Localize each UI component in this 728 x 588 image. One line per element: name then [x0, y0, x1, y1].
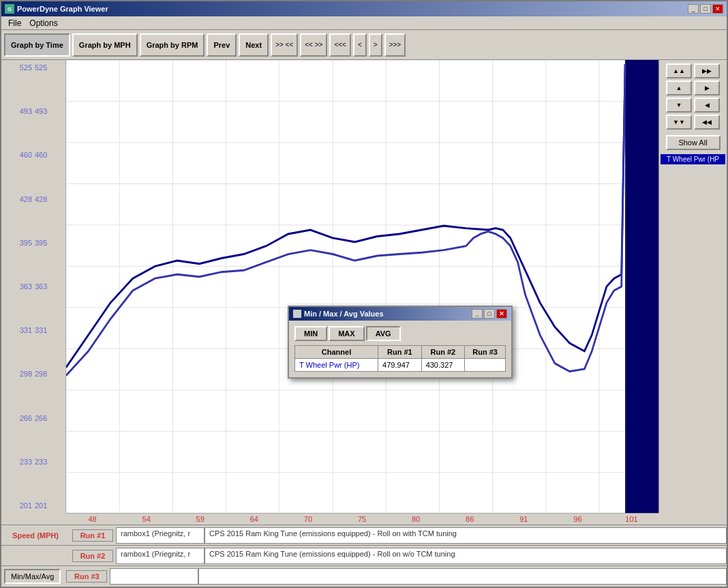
title-bar-left: G PowerDyne Graph Viewer	[5, 4, 108, 14]
scroll-down-down-button[interactable]: ▼▼	[666, 115, 692, 130]
scroll-up-up-row: ▲▲ ▶▶	[666, 63, 720, 78]
x-label-80: 80	[389, 515, 443, 523]
modal-minimize-button[interactable]: _	[472, 309, 483, 319]
y-label-428a: 428	[1, 195, 32, 203]
arrow-left-button[interactable]: <	[353, 33, 367, 57]
min-max-avg-dialog: Min / Max / Avg Values _ □ ✕ MIN MAX AVG	[288, 306, 513, 379]
run2-row: Run #2 rambox1 (Priegnitz, r CPS 2015 Ra…	[1, 546, 727, 566]
side-panel: ▲▲ ▶▶ ▲ ▶ ▼ ◀ ▼▼ ◀◀ Show All	[658, 60, 727, 513]
modal-table: Channel Run #1 Run #2 Run #3 T Wheel Pwr…	[294, 345, 506, 372]
run1-row: Speed (MPH) Run #1 rambox1 (Priegnitz, r…	[1, 525, 727, 546]
x-label-75: 75	[335, 515, 389, 523]
menu-bar: File Options	[1, 16, 727, 30]
title-bar-controls: _ □ ✕	[688, 4, 723, 14]
modal-tab-max[interactable]: MAX	[329, 326, 364, 341]
chart-area	[65, 60, 658, 513]
run3-label: Run #3	[66, 570, 107, 583]
modal-run3-value	[465, 359, 506, 372]
graph-by-mph-button[interactable]: Graph by MPH	[72, 33, 138, 57]
next-button[interactable]: Next	[239, 33, 269, 57]
run2-name: rambox1 (Priegnitz, r	[116, 548, 204, 564]
modal-tab-avg[interactable]: AVG	[366, 326, 401, 341]
y-label-201a: 201	[1, 501, 32, 510]
channel-label: T Wheel Pwr (HP	[661, 154, 725, 164]
y-axis-left: 525 493 460 428 395 363 331 298 266 233 …	[1, 60, 33, 513]
run1-label: Run #1	[72, 529, 113, 542]
modal-table-row: T Wheel Pwr (HP) 479.947 430.327	[295, 359, 506, 372]
y-axis-left2: 525 493 460 428 395 363 331 298 266 233 …	[33, 60, 65, 513]
zoom-in-in-button[interactable]: << >>	[300, 33, 327, 57]
scroll-left-left-button[interactable]: ◀◀	[694, 115, 720, 130]
x-label-91: 91	[497, 515, 551, 523]
y-label-493b: 493	[35, 107, 64, 115]
modal-channel-name: T Wheel Pwr (HP)	[295, 359, 378, 372]
y-label-428b: 428	[35, 195, 64, 203]
y-label-298a: 298	[1, 370, 32, 378]
x-label-86: 86	[443, 515, 497, 523]
modal-close-button[interactable]: ✕	[496, 309, 507, 319]
main-window: G PowerDyne Graph Viewer _ □ ✕ File Opti…	[0, 0, 728, 588]
y-label-363b: 363	[35, 282, 64, 291]
zoom-out-out-button[interactable]: >> <<	[271, 33, 298, 57]
col-run3: Run #3	[465, 346, 506, 359]
svg-rect-24	[625, 60, 658, 513]
run1-desc: CPS 2015 Ram King Tune (emissions equipp…	[204, 527, 727, 544]
app-icon: G	[5, 4, 14, 14]
bottom-area: Speed (MPH) Run #1 rambox1 (Priegnitz, r…	[1, 525, 727, 587]
y-label-460b: 460	[35, 151, 64, 159]
y-label-331b: 331	[35, 326, 64, 334]
modal-run1-value: 479.947	[378, 359, 422, 372]
y-label-201b: 201	[35, 501, 64, 510]
arrow-right-button[interactable]: >	[369, 33, 382, 57]
x-label-48: 48	[65, 515, 119, 523]
title-bar: G PowerDyne Graph Viewer _ □ ✕	[1, 1, 727, 16]
run3-name	[110, 568, 198, 585]
scroll-up-row: ▲ ▶	[666, 80, 720, 95]
close-button[interactable]: ✕	[712, 4, 723, 14]
y-label-363a: 363	[1, 282, 32, 291]
run3-desc	[198, 568, 727, 585]
y-label-493a: 493	[1, 107, 32, 115]
col-channel: Channel	[295, 346, 378, 359]
prev-button[interactable]: Prev	[207, 33, 237, 57]
y-label-266b: 266	[35, 414, 64, 422]
scroll-up-up-button[interactable]: ▲▲	[666, 63, 692, 78]
x-label-70: 70	[281, 515, 335, 523]
y-label-525b: 525	[35, 63, 64, 72]
scroll-left-button[interactable]: ◀	[694, 98, 720, 113]
modal-controls: _ □ ✕	[472, 309, 507, 319]
modal-title-text: Min / Max / Avg Values	[304, 310, 384, 318]
graph-by-time-button[interactable]: Graph by Time	[4, 33, 70, 57]
scroll-right-right-button[interactable]: ▶▶	[694, 63, 720, 78]
y-label-460a: 460	[1, 151, 32, 159]
run1-name: rambox1 (Priegnitz, r	[116, 527, 204, 544]
col-run1: Run #1	[378, 346, 422, 359]
modal-tab-min[interactable]: MIN	[294, 326, 327, 341]
menu-options[interactable]: Options	[25, 18, 61, 29]
window-title: PowerDyne Graph Viewer	[17, 5, 108, 13]
menu-file[interactable]: File	[4, 18, 25, 29]
col-run2: Run #2	[421, 346, 465, 359]
minimize-button[interactable]: _	[688, 4, 699, 14]
scroll-down-button[interactable]: ▼	[666, 98, 692, 113]
speed-label: Speed (MPH)	[1, 530, 70, 541]
show-all-button[interactable]: Show All	[666, 135, 721, 150]
maximize-button[interactable]: □	[700, 4, 711, 14]
arrow-right-end-button[interactable]: >>>	[384, 33, 406, 57]
scroll-right-button[interactable]: ▶	[694, 80, 720, 95]
modal-title-content: Min / Max / Avg Values	[293, 310, 384, 318]
graph-by-rpm-button[interactable]: Graph by RPM	[140, 33, 205, 57]
y-label-233a: 233	[1, 458, 32, 466]
scroll-up-button[interactable]: ▲	[666, 80, 692, 95]
modal-tabs: MIN MAX AVG	[294, 326, 506, 341]
y-label-298b: 298	[35, 370, 64, 378]
modal-maximize-button[interactable]: □	[484, 309, 495, 319]
y-label-525a: 525	[1, 63, 32, 72]
y-label-395b: 395	[35, 239, 64, 247]
y-label-331a: 331	[1, 326, 32, 334]
scroll-down-down-row: ▼▼ ◀◀	[666, 115, 720, 130]
zoom-max-button[interactable]: <<<	[329, 33, 351, 57]
main-area: 525 493 460 428 395 363 331 298 266 233 …	[1, 60, 727, 525]
minmaxavg-button[interactable]: Min/Max/Avg	[4, 569, 61, 584]
toolbar: Graph by Time Graph by MPH Graph by RPM …	[1, 30, 727, 60]
